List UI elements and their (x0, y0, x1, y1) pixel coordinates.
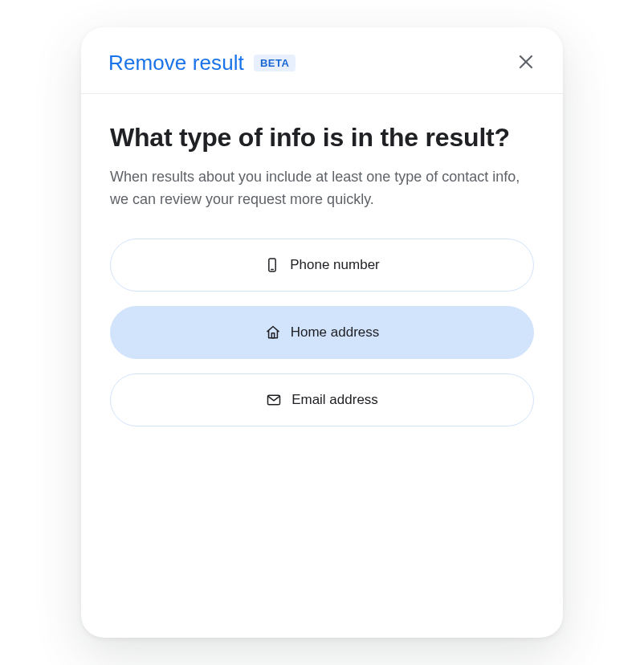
options-list: Phone number Home address (81, 222, 563, 426)
close-icon (516, 52, 536, 74)
option-phone-number[interactable]: Phone number (110, 239, 534, 292)
question-subtext: When results about you include at least … (110, 166, 534, 211)
option-email-address[interactable]: Email address (110, 373, 534, 426)
phone-icon (264, 257, 280, 273)
dialog-title-wrap: Remove result BETA (108, 51, 296, 75)
email-icon (266, 392, 282, 408)
option-label: Home address (291, 324, 380, 341)
option-home-address[interactable]: Home address (110, 306, 534, 359)
dialog-header: Remove result BETA (81, 27, 563, 94)
home-icon (265, 324, 281, 341)
option-label: Phone number (290, 257, 380, 273)
beta-badge: BETA (254, 55, 296, 71)
dialog-card: Remove result BETA What type of info is … (81, 27, 563, 638)
svg-rect-4 (271, 333, 274, 338)
close-button[interactable] (513, 50, 539, 75)
question-heading: What type of info is in the result? (110, 121, 534, 153)
dialog-body: What type of info is in the result? When… (81, 94, 563, 222)
dialog-title: Remove result (108, 51, 244, 75)
option-label: Email address (291, 392, 378, 408)
